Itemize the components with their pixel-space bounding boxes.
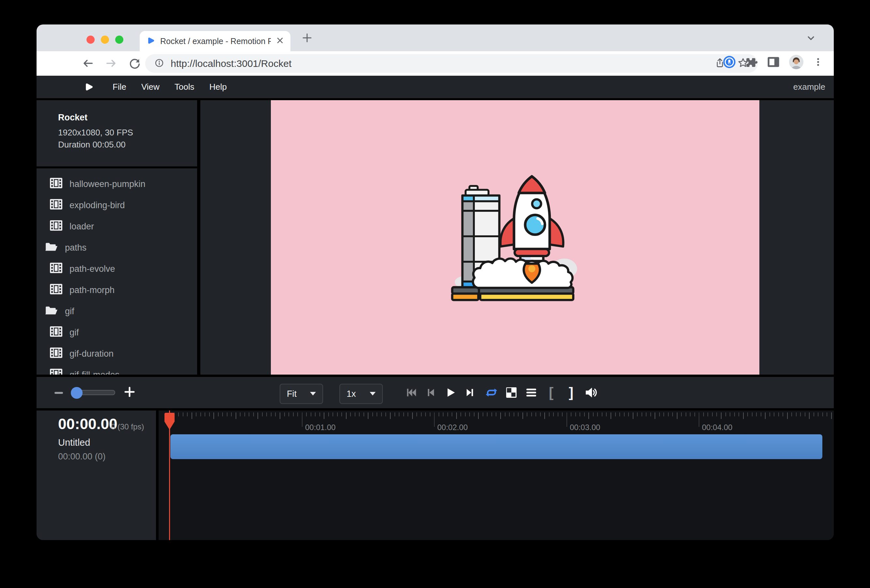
tab-title: Rocket / example - Remotion P: [160, 37, 271, 46]
timeline-zoom-slider-thumb[interactable]: [71, 387, 83, 399]
extensions-puzzle-icon[interactable]: [745, 55, 758, 70]
composition-label: gif-fill-modes: [70, 370, 119, 375]
browser-menu-kebab-icon[interactable]: [812, 55, 824, 70]
timeline-zoom-out-icon[interactable]: [55, 390, 63, 396]
site-info-icon[interactable]: [154, 57, 165, 70]
composition-duration: Duration 00:05.00: [58, 139, 197, 151]
track-name: Untitled: [58, 437, 90, 448]
folder-item-paths[interactable]: paths: [37, 237, 197, 258]
film-icon: [50, 369, 62, 375]
minimize-window-button[interactable]: [101, 36, 109, 44]
film-icon: [50, 178, 62, 191]
film-icon: [50, 347, 62, 360]
timeline-sequence-bar[interactable]: [170, 434, 822, 459]
play-icon[interactable]: [444, 387, 457, 398]
menu-file[interactable]: File: [113, 82, 126, 92]
video-canvas[interactable]: [271, 100, 759, 375]
back-icon[interactable]: [80, 56, 95, 71]
folder-label: gif: [65, 307, 74, 317]
folder-open-icon: [45, 241, 58, 255]
canvas-size-value: Fit: [287, 389, 296, 399]
loop-icon[interactable]: [485, 386, 498, 399]
tab-search-chevron-icon[interactable]: [805, 32, 817, 45]
out-point-bracket-icon[interactable]: ]: [565, 386, 578, 399]
ruler-mid-ticks: [169, 412, 834, 419]
menu-tools[interactable]: Tools: [174, 82, 195, 92]
folder-label: paths: [65, 243, 86, 253]
traffic-lights: [86, 36, 124, 44]
film-icon: [50, 263, 62, 275]
reload-icon[interactable]: [127, 56, 142, 71]
canvas-size-dropdown[interactable]: Fit: [280, 384, 323, 404]
remotion-favicon-icon: [146, 36, 155, 46]
menu-view[interactable]: View: [141, 82, 159, 92]
url-text[interactable]: http://localhost:3001/Rocket: [171, 58, 708, 69]
sidebar-preview-divider[interactable]: [197, 100, 200, 375]
timeline-zoom-slider[interactable]: [72, 390, 115, 395]
in-point-bracket-icon[interactable]: [: [545, 386, 558, 399]
playback-speed-value: 1x: [347, 389, 356, 399]
remotion-logo-icon[interactable]: [83, 82, 94, 92]
forward-icon[interactable]: [104, 56, 119, 71]
project-name-label: example: [793, 82, 825, 92]
menu-help[interactable]: Help: [210, 82, 227, 92]
compositions-sidebar: Rocket 1920x1080, 30 FPS Duration 00:05.…: [37, 100, 197, 375]
composition-label: path-morph: [70, 285, 115, 295]
composition-item-gif-duration[interactable]: gif-duration: [37, 343, 197, 365]
playhead-handle[interactable]: [164, 412, 175, 432]
track-duration: 00:00.00 (0): [58, 452, 106, 462]
timeline-track-area[interactable]: 00:01.00 00:02.00 00:03.00 00:04.00: [159, 411, 834, 540]
ruler-label: 00:03.00: [570, 423, 600, 432]
profile-avatar[interactable]: [789, 55, 804, 71]
remotion-menubar: File View Tools Help example: [37, 76, 834, 100]
previous-frame-icon[interactable]: [424, 387, 437, 398]
current-frame-info: 0 (30 fps): [111, 422, 144, 432]
playback-controls-bar: Fit 1x: [37, 375, 834, 411]
playback-speed-dropdown[interactable]: 1x: [340, 384, 383, 404]
composition-label: path-evolve: [70, 264, 115, 274]
ruler-second-tick: [566, 412, 567, 427]
ruler-label: 00:01.00: [305, 423, 335, 432]
composition-list: halloween-pumpkin exploding-bird loader …: [37, 168, 197, 375]
folder-open-icon: [45, 305, 58, 318]
ruler-second-tick: [434, 412, 435, 427]
browser-tab[interactable]: Rocket / example - Remotion P: [140, 31, 290, 51]
composition-label: exploding-bird: [70, 200, 125, 210]
tab-close-icon[interactable]: [276, 37, 284, 46]
address-bar[interactable]: http://localhost:3001/Rocket: [145, 54, 758, 73]
transparency-checkerboard-icon[interactable]: [505, 387, 518, 398]
timeline-zoom-in-icon[interactable]: [124, 387, 135, 398]
composition-label: loader: [70, 222, 94, 232]
skip-to-start-icon[interactable]: [405, 387, 418, 398]
folder-item-gif[interactable]: gif: [37, 301, 197, 322]
composition-item-path-evolve[interactable]: path-evolve: [37, 258, 197, 280]
composition-item-path-morph[interactable]: path-morph: [37, 280, 197, 301]
composition-item-halloween-pumpkin[interactable]: halloween-pumpkin: [37, 174, 197, 195]
browser-window: Rocket / example - Remotion P: [37, 24, 834, 540]
ruler-label: 00:02.00: [437, 423, 468, 432]
onepassword-extension-icon[interactable]: [722, 55, 736, 70]
current-time: 00:00.00: [58, 415, 118, 433]
chevron-down-icon: [370, 391, 375, 397]
tab-strip: Rocket / example - Remotion P: [37, 24, 834, 51]
composition-label: gif-duration: [70, 349, 113, 359]
close-window-button[interactable]: [86, 36, 95, 44]
composition-item-gif-fill-modes[interactable]: gif-fill-modes: [37, 365, 197, 375]
composition-item-exploding-bird[interactable]: exploding-bird: [37, 195, 197, 216]
side-panel-icon[interactable]: [767, 55, 780, 70]
ruler-label: 00:04.00: [702, 423, 732, 432]
film-icon: [50, 199, 62, 212]
new-tab-button[interactable]: [299, 30, 314, 45]
next-frame-icon[interactable]: [463, 387, 477, 398]
volume-icon[interactable]: [584, 386, 597, 399]
composition-label: halloween-pumpkin: [70, 179, 146, 189]
chevron-down-icon: [310, 391, 316, 397]
timeline-rows-icon[interactable]: [525, 387, 538, 398]
rocket-illustration: [448, 171, 582, 304]
composition-item-loader[interactable]: loader: [37, 216, 197, 237]
maximize-window-button[interactable]: [115, 36, 124, 44]
film-icon: [50, 326, 62, 339]
composition-item-gif[interactable]: gif: [37, 322, 197, 343]
timeline-divider: [156, 411, 159, 540]
browser-toolbar: http://localhost:3001/Rocket: [37, 51, 834, 76]
